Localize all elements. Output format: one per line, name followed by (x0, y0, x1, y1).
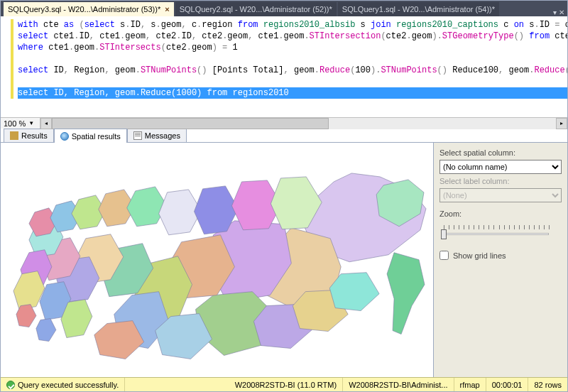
document-tab[interactable]: SQLQuery2.sql - W20...\Administrator (52… (175, 2, 337, 16)
grid-icon (10, 131, 18, 140)
zoom-slider[interactable] (439, 222, 553, 239)
results-tab-results[interactable]: Results (4, 129, 54, 142)
editor-line[interactable] (18, 76, 567, 87)
results-tab-spatial-results[interactable]: Spatial results (54, 129, 127, 143)
document-tab-label: SQLQuery1.sql - W20...\Administrator (54… (342, 5, 495, 13)
status-message: Query executed successfully. (18, 381, 119, 389)
editor-gutter (1, 16, 15, 117)
label-column-select: (None) (439, 188, 562, 202)
editor-line[interactable] (18, 53, 567, 65)
results-tab-label: Spatial results (72, 132, 121, 141)
document-tab[interactable]: SQLQuery1.sql - W20...\Administrator (54… (338, 2, 499, 16)
chevron-down-icon: ▼ (28, 120, 34, 126)
document-tab[interactable]: SQLQuery3.sql - W20...\Administrator (53… (4, 2, 174, 16)
spatial-map-svg (1, 143, 433, 376)
results-tab-messages[interactable]: Messages (127, 129, 187, 142)
editor-line[interactable]: select ID, Region, geom.Reduce(1000) fro… (18, 87, 567, 99)
results-tab-label: Messages (145, 131, 180, 140)
label-column-label: Select label column: (439, 177, 562, 185)
editor-zoom-value: 100 % (4, 119, 26, 128)
editor-zoom-dropdown[interactable]: 100 % ▼ (1, 118, 40, 129)
spatial-options-panel: Select spatial column: (No column name) … (434, 143, 567, 377)
editor-zoom-scroll-row: 100 % ▼ ◂ ▸ (1, 117, 567, 129)
results-body: Select spatial column: (No column name) … (1, 143, 567, 377)
status-rowcount: 82 rows (528, 378, 567, 391)
editor-line[interactable]: select ID, Region, geom.STNumPoints() [P… (18, 65, 567, 76)
message-icon (133, 131, 142, 140)
status-database: rfmap (454, 378, 486, 391)
zoom-slider-thumb[interactable] (441, 229, 447, 239)
tab-overflow-controls[interactable]: ▾ ✕ (553, 9, 564, 16)
status-user: W2008R2STD-BI\Administ... (343, 378, 454, 391)
status-bar: Query executed successfully. W2008R2STD-… (1, 377, 567, 391)
sql-editor-text[interactable]: with cte as (select s.ID, s.geom, c.regi… (18, 19, 567, 99)
zoom-label: Zoom: (439, 209, 562, 218)
status-server: W2008R2STD-BI (11.0 RTM) (229, 378, 343, 391)
document-tab-label: SQLQuery3.sql - W20...\Administrator (53… (8, 5, 160, 13)
status-message-cell: Query executed successfully. (1, 378, 125, 391)
document-tab-strip: SQLQuery3.sql - W20...\Administrator (53… (1, 1, 567, 16)
spatial-column-label: Select spatial column: (439, 148, 562, 157)
editor-line[interactable]: select cte1.ID, cte1.geom, cte2.ID, cte2… (18, 31, 567, 42)
document-tab-label: SQLQuery2.sql - W20...\Administrator (52… (180, 5, 332, 13)
spatial-column-select[interactable]: (No column name) (439, 160, 562, 174)
sql-editor-pane[interactable]: with cte as (select s.ID, s.geom, c.regi… (1, 16, 567, 117)
success-icon (6, 381, 15, 389)
results-tab-strip: ResultsSpatial resultsMessages (1, 129, 567, 143)
scrollbar-thumb[interactable] (52, 118, 329, 129)
results-tab-label: Results (21, 131, 48, 140)
editor-horizontal-scrollbar[interactable]: ◂ ▸ (40, 118, 567, 129)
scroll-right-button[interactable]: ▸ (556, 118, 567, 129)
spatial-map-viewer[interactable] (1, 143, 434, 377)
editor-line[interactable]: with cte as (select s.ID, s.geom, c.regi… (18, 19, 567, 31)
show-gridlines-checkbox[interactable] (439, 251, 449, 260)
close-icon[interactable]: × (165, 5, 169, 13)
status-elapsed: 00:00:01 (486, 378, 529, 391)
globe-icon (60, 132, 69, 141)
show-gridlines-label[interactable]: Show grid lines (453, 251, 506, 260)
editor-line[interactable]: where cte1.geom.STIntersects(cte2.geom) … (18, 42, 567, 53)
scroll-left-button[interactable]: ◂ (40, 118, 52, 129)
